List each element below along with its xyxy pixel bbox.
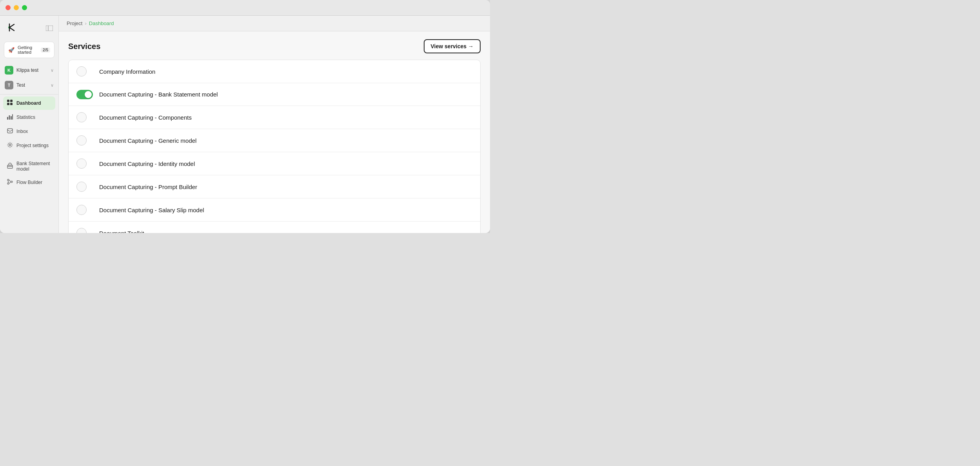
sidebar-item-flow-builder[interactable]: Flow Builder xyxy=(3,176,55,189)
sidebar-item-bank-statement-label: Bank Statement model xyxy=(16,161,51,172)
org-klippa[interactable]: K Klippa test ∨ xyxy=(0,63,58,78)
chevron-down-icon: ∨ xyxy=(51,68,54,73)
svg-rect-7 xyxy=(10,100,13,102)
svg-line-2 xyxy=(9,27,14,31)
org-test-avatar: T xyxy=(5,81,13,89)
svg-rect-12 xyxy=(11,116,12,120)
sidebar-item-dashboard-label: Dashboard xyxy=(16,100,41,106)
traffic-lights xyxy=(5,5,27,10)
services-list: Company Information Document Capturing -… xyxy=(68,60,481,233)
toggle-radio[interactable] xyxy=(76,135,87,146)
toggle-radio[interactable] xyxy=(76,205,87,215)
svg-point-18 xyxy=(11,181,13,183)
sidebar-item-bank-statement[interactable]: Bank Statement model xyxy=(3,158,55,175)
service-row: Company Information xyxy=(69,60,480,83)
service-name-doc-bank: Document Capturing - Bank Statement mode… xyxy=(99,91,218,98)
breadcrumb: Project › Dashboard xyxy=(67,20,114,26)
settings-icon xyxy=(7,142,13,149)
sidebar-item-inbox-label: Inbox xyxy=(16,129,28,134)
topbar: Project › Dashboard xyxy=(59,16,490,31)
close-button[interactable] xyxy=(5,5,11,10)
svg-rect-10 xyxy=(7,117,8,120)
svg-rect-11 xyxy=(9,115,10,120)
sidebar-divider-1 xyxy=(0,94,58,95)
page-title: Services xyxy=(68,42,100,51)
chevron-down-icon-2: ∨ xyxy=(51,83,54,88)
sidebar: 🚀 Getting started 2/5 K Klippa test ∨ T … xyxy=(0,16,59,233)
svg-rect-14 xyxy=(7,129,13,133)
logo-svg xyxy=(5,22,16,33)
toggle-radio[interactable] xyxy=(76,228,87,233)
sidebar-gap xyxy=(0,153,58,157)
service-name-doc-salary: Document Capturing - Salary Slip model xyxy=(99,207,204,213)
toggle-track[interactable] xyxy=(76,90,93,99)
svg-rect-4 xyxy=(46,25,53,31)
service-toggle-doc-generic[interactable] xyxy=(76,135,93,146)
main-content: Project › Dashboard Services View servic… xyxy=(59,16,490,233)
service-row: Document Capturing - Components xyxy=(69,106,480,129)
service-name-doc-components: Document Capturing - Components xyxy=(99,114,192,121)
org-test-name: Test xyxy=(16,82,47,88)
maximize-button[interactable] xyxy=(22,5,27,10)
service-toggle-doc-prompt[interactable] xyxy=(76,182,93,192)
svg-rect-8 xyxy=(7,103,9,105)
dashboard-icon xyxy=(7,100,13,107)
sidebar-item-dashboard[interactable]: Dashboard xyxy=(3,96,55,110)
getting-started-button[interactable]: 🚀 Getting started 2/5 xyxy=(4,42,54,58)
service-name-doc-toolkit: Document Toolkit xyxy=(99,230,144,233)
svg-line-1 xyxy=(9,24,14,27)
service-toggle-company-info[interactable] xyxy=(76,66,93,76)
sidebar-item-project-settings-label: Project settings xyxy=(16,143,49,148)
service-name-doc-identity: Document Capturing - Identity model xyxy=(99,160,195,167)
section-header: Services View services → xyxy=(68,39,481,53)
toggle-radio[interactable] xyxy=(76,66,87,76)
svg-rect-6 xyxy=(7,100,9,102)
service-name-doc-prompt: Document Capturing - Prompt Builder xyxy=(99,184,197,190)
toggle-radio[interactable] xyxy=(76,158,87,169)
toggle-radio[interactable] xyxy=(76,182,87,192)
toggle-thumb xyxy=(85,91,92,98)
breadcrumb-project[interactable]: Project xyxy=(67,20,82,26)
view-services-button[interactable]: View services → xyxy=(424,39,481,53)
sidebar-item-inbox[interactable]: Inbox xyxy=(3,125,55,138)
org-klippa-name: Klippa test xyxy=(16,67,47,73)
sidebar-logo-area xyxy=(0,19,58,40)
app-body: 🚀 Getting started 2/5 K Klippa test ∨ T … xyxy=(0,16,490,233)
service-toggle-doc-bank[interactable] xyxy=(76,90,93,99)
app-window: 🚀 Getting started 2/5 K Klippa test ∨ T … xyxy=(0,0,490,233)
sidebar-item-statistics-label: Statistics xyxy=(16,115,35,120)
service-row: Document Toolkit xyxy=(69,222,480,233)
service-toggle-doc-identity[interactable] xyxy=(76,158,93,169)
inbox-icon xyxy=(7,128,13,135)
org-klippa-avatar: K xyxy=(5,66,13,75)
rocket-icon: 🚀 xyxy=(8,47,15,53)
service-toggle-doc-salary[interactable] xyxy=(76,205,93,215)
svg-point-17 xyxy=(7,179,9,181)
svg-rect-13 xyxy=(12,114,13,120)
app-logo xyxy=(5,22,16,35)
svg-point-19 xyxy=(7,183,9,184)
sidebar-toggle-button[interactable] xyxy=(46,25,53,32)
service-row: Document Capturing - Salary Slip model xyxy=(69,198,480,222)
org-test[interactable]: T Test ∨ xyxy=(0,78,58,93)
breadcrumb-separator: › xyxy=(85,20,86,26)
service-row: Document Capturing - Bank Statement mode… xyxy=(69,83,480,106)
minimize-button[interactable] xyxy=(14,5,19,10)
content-area: Services View services → Company Informa… xyxy=(59,31,490,233)
service-name-company-info: Company Information xyxy=(99,68,155,75)
service-name-doc-generic: Document Capturing - Generic model xyxy=(99,137,196,144)
toggle-radio[interactable] xyxy=(76,112,87,122)
service-toggle-doc-toolkit[interactable] xyxy=(76,228,93,233)
svg-rect-16 xyxy=(7,165,13,168)
sidebar-item-statistics[interactable]: Statistics xyxy=(3,111,55,124)
sidebar-item-flow-builder-label: Flow Builder xyxy=(16,180,42,185)
getting-started-label: Getting started xyxy=(18,45,38,55)
svg-point-15 xyxy=(9,144,11,146)
sidebar-item-project-settings[interactable]: Project settings xyxy=(3,139,55,152)
service-row: Document Capturing - Generic model xyxy=(69,129,480,152)
breadcrumb-dashboard: Dashboard xyxy=(89,20,114,26)
service-row: Document Capturing - Prompt Builder xyxy=(69,175,480,198)
titlebar xyxy=(0,0,490,16)
service-toggle-doc-components[interactable] xyxy=(76,112,93,122)
svg-rect-9 xyxy=(10,103,13,105)
